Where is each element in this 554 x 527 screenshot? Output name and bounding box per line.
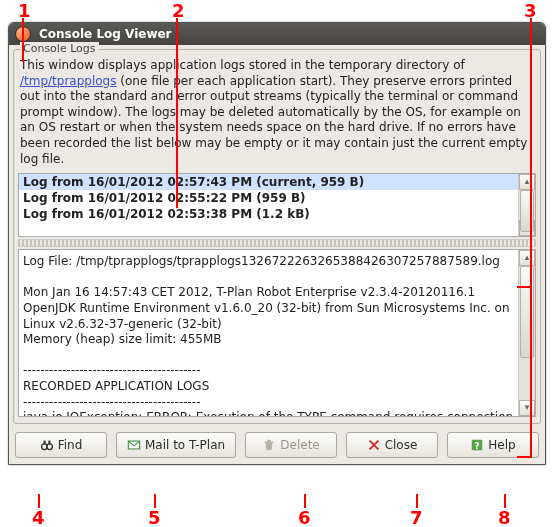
mail-label: Mail to T-Plan [145,438,225,452]
binoculars-icon [40,438,54,452]
x-icon [367,438,381,452]
delete-label: Delete [280,438,319,452]
help-book-icon: ? [470,438,484,452]
console-logs-group: Console Logs This window displays applic… [13,49,541,424]
description-text: This window displays application logs st… [18,54,536,173]
scroll-down-icon[interactable]: ▾ [519,400,535,416]
delete-button: Delete [245,432,337,458]
list-scrollbar[interactable]: ▴ ▾ [518,174,535,236]
content-scrollbar[interactable]: ▴ ▾ [518,250,535,416]
group-label: Console Logs [20,42,99,55]
svg-text:?: ? [475,441,480,451]
log-text[interactable]: Log File: /tmp/tprapplogs/tprapplogs1326… [19,250,518,416]
trash-icon [262,438,276,452]
scroll-up-icon[interactable]: ▴ [519,250,535,266]
log-content-panel: Log File: /tmp/tprapplogs/tprapplogs1326… [18,249,536,417]
find-label: Find [58,438,83,452]
client-area: Console Logs This window displays applic… [9,45,545,464]
close-label: Close [385,438,418,452]
button-bar: Find Mail to T-Plan Delete Close [13,428,541,458]
list-item[interactable]: Log from 16/01/2012 02:53:38 PM (1.2 kB) [19,206,518,222]
close-icon[interactable] [15,26,31,42]
splitter-handle[interactable] [18,239,536,247]
window: Console Log Viewer Console Logs This win… [8,22,546,465]
scroll-thumb[interactable] [520,266,534,358]
scroll-track[interactable] [519,266,535,400]
log-list[interactable]: Log from 16/01/2012 02:57:43 PM (current… [18,173,536,237]
log-dir-link[interactable]: /tmp/tprapplogs [20,74,117,88]
callout-2: 2 [172,0,185,21]
desc-pre: This window displays application logs st… [20,58,465,72]
list-item[interactable]: Log from 16/01/2012 02:55:22 PM (959 B) [19,190,518,206]
list-item[interactable]: Log from 16/01/2012 02:57:43 PM (current… [19,174,518,190]
scroll-track[interactable] [519,190,535,220]
mail-button[interactable]: Mail to T-Plan [116,432,236,458]
help-button[interactable]: ? Help [447,432,539,458]
help-label: Help [488,438,515,452]
callout-3: 3 [524,0,537,21]
svg-rect-2 [43,441,45,445]
scroll-thumb[interactable] [520,190,534,232]
envelope-icon [127,438,141,452]
log-list-rows: Log from 16/01/2012 02:57:43 PM (current… [19,174,518,236]
callout-1: 1 [18,0,31,21]
close-button[interactable]: Close [346,432,438,458]
find-button[interactable]: Find [15,432,107,458]
window-title: Console Log Viewer [39,27,172,41]
scroll-up-icon[interactable]: ▴ [519,174,535,190]
svg-rect-3 [48,441,50,445]
